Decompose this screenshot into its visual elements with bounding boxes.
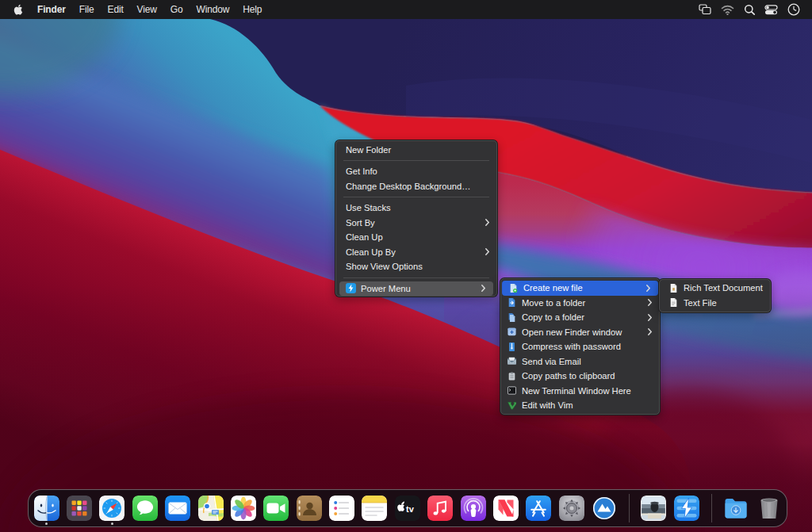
svg-text:tv: tv [406, 504, 415, 514]
